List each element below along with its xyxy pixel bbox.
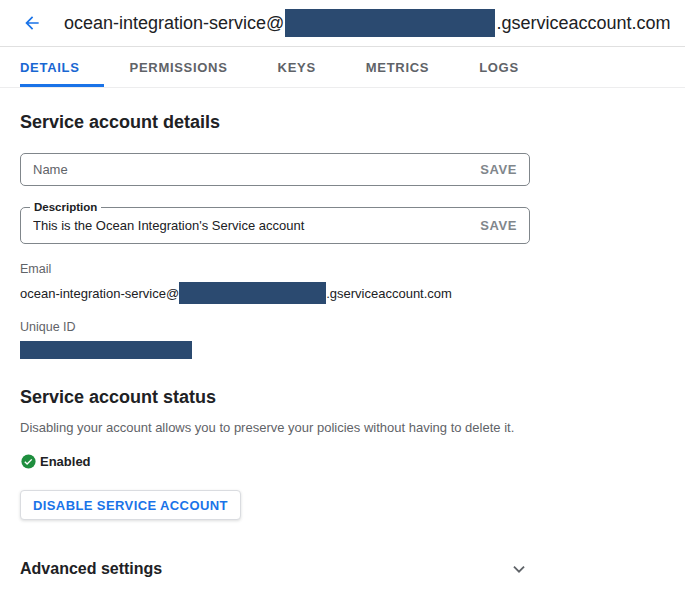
email-prefix: ocean-integration-service@ <box>20 286 179 301</box>
check-circle-icon <box>20 453 37 470</box>
title-suffix: .gserviceaccount.com <box>496 13 670 34</box>
description-field-container: Description This is the Ocean Integratio… <box>20 207 530 244</box>
tab-permissions[interactable]: PERMISSIONS <box>130 47 252 87</box>
email-suffix: .gserviceaccount.com <box>326 286 452 301</box>
redacted-project-id <box>285 9 495 37</box>
chevron-down-icon <box>508 558 530 580</box>
arrow-left-icon <box>22 13 42 33</box>
page-header: ocean-integration-service@ .gserviceacco… <box>0 0 685 46</box>
advanced-settings-toggle[interactable]: Advanced settings <box>20 558 530 580</box>
status-row: Enabled <box>20 453 665 470</box>
tab-metrics[interactable]: METRICS <box>366 47 453 87</box>
advanced-settings-heading: Advanced settings <box>20 560 162 578</box>
details-heading: Service account details <box>20 112 665 133</box>
tab-bar: DETAILS PERMISSIONS KEYS METRICS LOGS <box>0 46 685 88</box>
description-input[interactable]: This is the Ocean Integration's Service … <box>33 218 480 233</box>
email-value: ocean-integration-service@ .gserviceacco… <box>20 282 665 304</box>
disable-service-account-button[interactable]: DISABLE SERVICE ACCOUNT <box>20 490 241 520</box>
name-save-button[interactable]: SAVE <box>480 162 517 177</box>
status-description: Disabling your account allows you to pre… <box>20 420 665 435</box>
name-field-container: SAVE <box>20 153 530 186</box>
tab-keys[interactable]: KEYS <box>278 47 340 87</box>
main-content: Service account details SAVE Description… <box>0 112 685 580</box>
tab-logs[interactable]: LOGS <box>479 47 543 87</box>
redacted-unique-id <box>20 341 192 359</box>
status-heading: Service account status <box>20 387 665 408</box>
description-save-button[interactable]: SAVE <box>480 218 517 233</box>
status-badge: Enabled <box>40 454 91 469</box>
name-input[interactable] <box>33 162 480 177</box>
unique-id-label: Unique ID <box>20 320 665 334</box>
title-prefix: ocean-integration-service@ <box>64 13 284 34</box>
description-field-label: Description <box>30 201 101 214</box>
back-button[interactable] <box>20 11 44 35</box>
email-label: Email <box>20 262 665 276</box>
redacted-email-project-id <box>179 282 326 304</box>
tab-details[interactable]: DETAILS <box>20 47 104 87</box>
page-title: ocean-integration-service@ .gserviceacco… <box>64 9 670 37</box>
